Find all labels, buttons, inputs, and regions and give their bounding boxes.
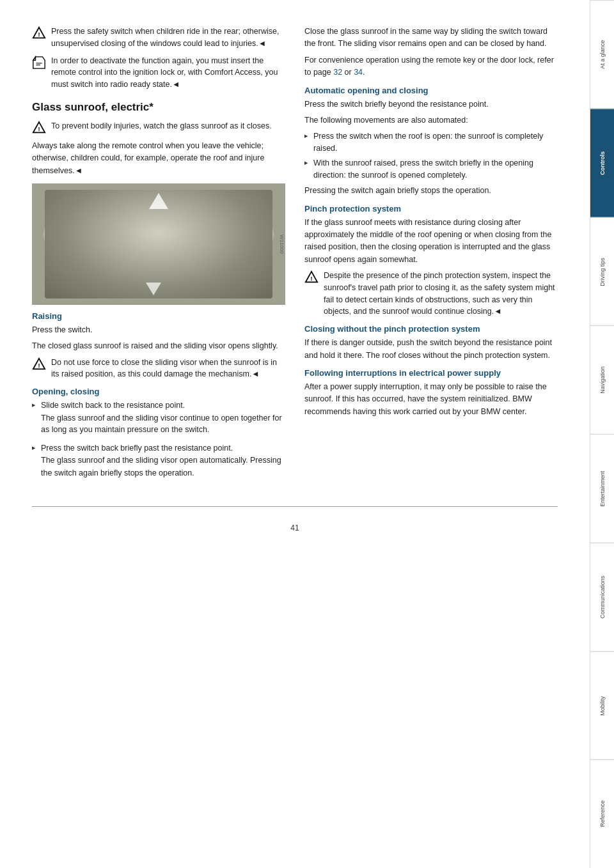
main-content: ! Press the safety switch when children … — [0, 0, 590, 868]
svg-text:!: ! — [38, 31, 40, 38]
note1-trailing: ◄ — [172, 80, 180, 89]
note-icon-1 — [32, 56, 46, 70]
list-item-1-detail: The glass sunroof and the sliding visor … — [41, 412, 285, 437]
svg-text:W11000: W11000 — [279, 235, 285, 254]
arrow-up-icon — [149, 193, 168, 209]
glass-sunroof-heading: Glass sunroof, electric* — [32, 101, 285, 114]
sidebar-item-navigation[interactable]: Navigation — [590, 325, 614, 434]
page-line: 41 — [32, 506, 558, 532]
sidebar: At a glance Controls Driving tips Naviga… — [590, 0, 614, 868]
svg-rect-14 — [159, 259, 178, 270]
sidebar-item-label-3: Navigation — [599, 366, 606, 394]
svg-rect-12 — [127, 254, 191, 286]
warning-icon-3: ! — [32, 357, 46, 371]
note1-text: In order to deactivate the function agai… — [51, 56, 278, 89]
svg-rect-11 — [88, 219, 229, 263]
raising-text2: The closed glass sunroof is raised and t… — [32, 340, 285, 352]
svg-rect-13 — [133, 259, 152, 270]
warning-icon-1: ! — [32, 26, 46, 40]
arrow-down-icon — [146, 283, 161, 295]
opening-heading: Opening, closing — [32, 387, 285, 396]
car-image-sim: W11000 — [32, 183, 285, 305]
svg-marker-2 — [33, 56, 45, 68]
sidebar-item-entertainment[interactable]: Entertainment — [590, 434, 614, 543]
svg-text:!: ! — [310, 275, 312, 282]
sidebar-item-mobility[interactable]: Mobility — [590, 651, 614, 760]
sidebar-item-label-2: Driving tips — [599, 258, 606, 286]
list-item-2: Press the switch back briefly past the r… — [32, 442, 285, 483]
auto-open-list-item-2: With the sunroof raised, press the switc… — [304, 157, 558, 182]
warning-text-1: Press the safety switch when children ri… — [51, 26, 285, 50]
following-text: After a power supply interruption, it ma… — [304, 381, 558, 418]
sidebar-item-label-1: Controls — [599, 151, 606, 175]
sidebar-item-reference[interactable]: Reference — [590, 759, 614, 868]
warning-text-2: To prevent bodily injuries, watch the gl… — [51, 120, 272, 132]
auto-open-list-item-1: Press the switch when the roof is open: … — [304, 130, 558, 155]
intro-text2: For convenience operation using the remo… — [304, 54, 558, 79]
svg-text:!: ! — [38, 362, 40, 368]
list-item-1: Slide switch back to the resistance poin… — [32, 399, 285, 440]
sidebar-item-communications[interactable]: Communications — [590, 543, 614, 651]
svg-marker-16 — [101, 273, 127, 286]
pinch-warning-block: ! Despite the presence of the pinch prot… — [304, 270, 558, 318]
warning-icon-2: ! — [32, 121, 46, 135]
link-page-32[interactable]: 32 — [333, 68, 342, 77]
left-column: ! Press the safety switch when children … — [32, 26, 285, 487]
intro-text1: Close the glass sunroof in the same way … — [304, 26, 558, 50]
sidebar-item-driving-tips[interactable]: Driving tips — [590, 217, 614, 326]
note-block-1: In order to deactivate the function agai… — [32, 55, 285, 91]
sidebar-item-label-7: Reference — [599, 801, 606, 828]
note-text-1: In order to deactivate the function agai… — [51, 55, 285, 91]
auto-open-text3: Pressing the switch again briefly stops … — [304, 185, 558, 197]
warning-block-2: ! To prevent bodily injuries, watch the … — [32, 120, 285, 135]
svg-text:!: ! — [38, 125, 40, 132]
sidebar-item-at-a-glance[interactable]: At a glance — [590, 0, 614, 109]
pinch-text: If the glass sunroof meets with resistan… — [304, 217, 558, 267]
auto-open-text1: Press the switch briefly beyond the resi… — [304, 98, 558, 111]
warning-block-1: ! Press the safety switch when children … — [32, 26, 285, 50]
closing-no-pinch-text: If there is danger outside, push the swi… — [304, 337, 558, 362]
warning-icon-pinch: ! — [304, 270, 319, 284]
warning-block-3: ! Do not use force to close the sliding … — [32, 357, 285, 381]
svg-marker-3 — [33, 56, 36, 60]
closing-no-pinch-heading: Closing without the pinch protection sys… — [304, 324, 558, 334]
right-column: Close the glass sunroof in the same way … — [304, 26, 558, 487]
warning1-text: Press the safety switch when children ri… — [51, 27, 279, 48]
warning-text-3: Do not use force to close the sliding vi… — [51, 357, 285, 381]
svg-rect-10 — [69, 209, 248, 273]
list-item-1-text: Slide switch back to the resistance poin… — [41, 399, 285, 412]
warning2-body: Always take along the remote control whe… — [32, 140, 285, 177]
following-heading: Following interruptions in electrical po… — [304, 368, 558, 378]
link-page-34[interactable]: 34 — [354, 68, 363, 77]
opening-list: Slide switch back to the resistance poin… — [32, 399, 285, 483]
sidebar-item-label-6: Mobility — [599, 696, 606, 716]
list-item-2-detail: The glass sunroof and the sliding visor … — [41, 454, 285, 479]
sidebar-item-label-0: At a glance — [599, 40, 606, 69]
pinch-heading: Pinch protection system — [304, 204, 558, 213]
list-item-2-text: Press the switch back briefly past the r… — [41, 442, 285, 454]
auto-open-heading: Automatic opening and closing — [304, 86, 558, 95]
warning2-text: To prevent bodily injuries, watch the gl… — [51, 121, 272, 130]
sunroof-image: W11000 — [32, 183, 285, 305]
sidebar-item-controls[interactable]: Controls — [590, 109, 614, 217]
page-number: 41 — [32, 523, 558, 532]
auto-open-text2: The following movements are also automat… — [304, 114, 558, 127]
raising-heading: Raising — [32, 311, 285, 321]
warning1-trailing: ◄ — [258, 39, 266, 48]
sidebar-item-label-4: Entertainment — [599, 470, 606, 506]
auto-open-list: Press the switch when the roof is open: … — [304, 130, 558, 181]
pinch-warning-text: Despite the presence of the pinch protec… — [324, 270, 558, 318]
raising-text1: Press the switch. — [32, 324, 285, 336]
sidebar-item-label-5: Communications — [599, 576, 606, 619]
